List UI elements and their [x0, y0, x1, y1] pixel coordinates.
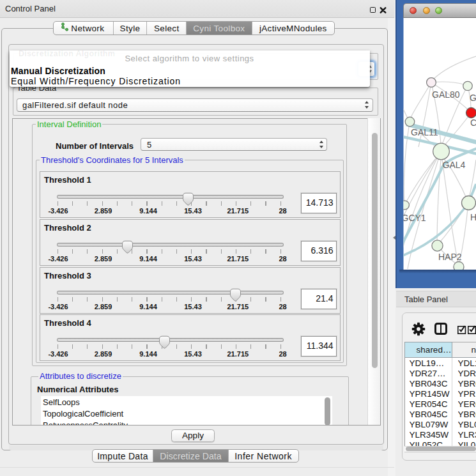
svg-text:GA: GA [470, 93, 476, 103]
svg-text:GAL80: GAL80 [432, 89, 460, 100]
svg-text:GAL11: GAL11 [411, 127, 438, 137]
svg-text:GCY1: GCY1 [402, 213, 426, 223]
svg-text:GAL4: GAL4 [443, 160, 466, 170]
svg-text:H: H [470, 212, 476, 222]
svg-text:C: C [470, 118, 476, 128]
svg-text:HAP2: HAP2 [438, 252, 462, 262]
